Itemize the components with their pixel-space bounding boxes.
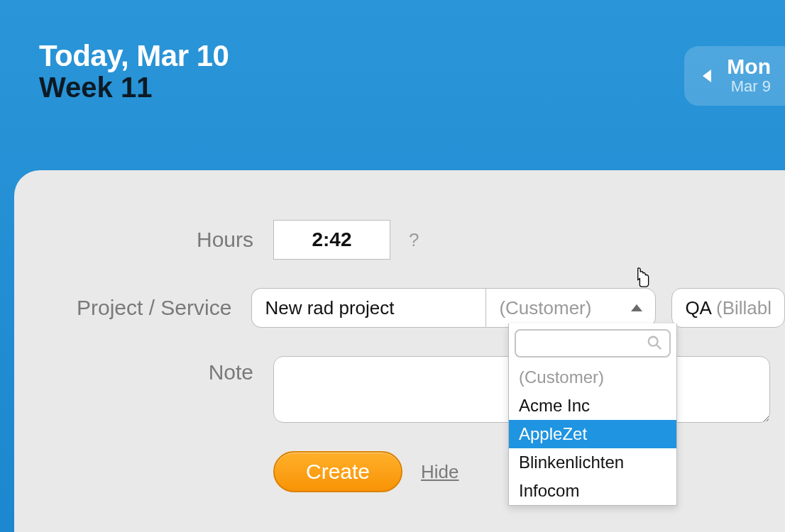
project-label: Project / Service [14, 296, 251, 320]
title-week: Week 11 [39, 72, 746, 104]
chevron-left-icon [703, 70, 711, 82]
dropdown-option[interactable]: AppleZet [509, 420, 676, 448]
prev-day-date: Mar 9 [727, 77, 771, 96]
customer-dropdown: (Customer) Acme Inc AppleZet Blinkenlich… [508, 323, 677, 506]
service-select[interactable]: QA (Billabl [671, 288, 785, 328]
hours-label: Hours [14, 228, 273, 252]
chevron-up-icon [631, 304, 642, 311]
project-input[interactable] [251, 288, 485, 328]
dropdown-option-placeholder: (Customer) [509, 363, 676, 392]
help-icon[interactable]: ? [409, 229, 419, 251]
hours-input[interactable] [273, 220, 390, 260]
dropdown-option[interactable]: Infocom [509, 477, 676, 505]
dropdown-option[interactable]: Acme Inc [509, 392, 676, 420]
note-label: Note [14, 356, 273, 384]
title-today: Today, Mar 10 [39, 39, 746, 73]
service-suffix: (Billabl [716, 297, 772, 319]
prev-day-dow: Mon [727, 56, 771, 77]
hide-link[interactable]: Hide [421, 461, 459, 483]
dropdown-search-input[interactable] [515, 329, 671, 358]
customer-select[interactable]: (Customer) [485, 288, 656, 328]
service-name: QA [685, 297, 712, 319]
dropdown-option[interactable]: Blinkenlichten [509, 448, 676, 477]
customer-placeholder: (Customer) [499, 297, 591, 319]
create-button[interactable]: Create [273, 451, 402, 492]
prev-day-button[interactable]: Mon Mar 9 [684, 46, 785, 106]
entry-card: Hours ? Project / Service (Customer) QA … [14, 170, 785, 532]
